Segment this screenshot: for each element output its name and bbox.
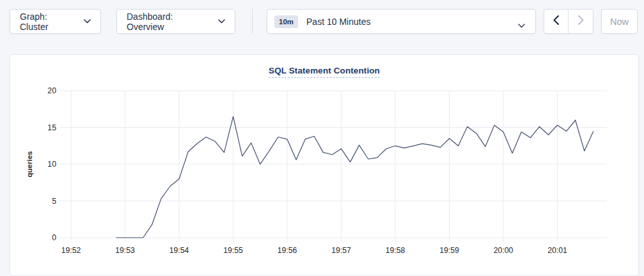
chevron-right-icon: [578, 15, 584, 27]
x-tick-label: 19:54: [169, 246, 189, 255]
chart-card: SQL Statement Contention 0510152019:5219…: [10, 54, 639, 276]
chevron-down-icon: [518, 20, 525, 30]
y-tick-label: 20: [47, 86, 56, 95]
x-tick-label: 20:01: [547, 246, 567, 255]
time-range-label: Past 10 Minutes: [306, 17, 370, 27]
graph-dropdown-label: Graph: Cluster: [20, 12, 76, 32]
previous-time-button[interactable]: [544, 10, 569, 33]
time-range-badge: 10m: [274, 15, 298, 28]
y-axis-label: queries: [26, 151, 33, 178]
chevron-down-icon: [84, 19, 91, 24]
toolbar: Graph: Cluster Dashboard: Overview 10m P…: [0, 0, 644, 45]
y-tick-label: 10: [47, 160, 56, 169]
y-tick-label: 0: [52, 233, 56, 242]
line-chart-plot[interactable]: 0510152019:5219:5319:5419:5519:5619:5719…: [10, 55, 640, 276]
toolbar-divider: [252, 8, 253, 34]
chevron-down-icon: [218, 19, 225, 24]
x-tick-label: 19:57: [331, 246, 351, 255]
x-tick-label: 19:59: [439, 246, 459, 255]
data-series-line: [116, 116, 593, 238]
y-tick-label: 15: [47, 123, 56, 132]
x-tick-label: 19:58: [386, 246, 405, 255]
dashboard-dropdown[interactable]: Dashboard: Overview: [116, 9, 235, 34]
x-tick-label: 20:00: [494, 246, 514, 255]
now-button-label: Now: [610, 17, 629, 27]
x-tick-label: 19:56: [278, 246, 297, 255]
y-tick-label: 5: [52, 197, 56, 206]
graph-dropdown[interactable]: Graph: Cluster: [10, 9, 101, 34]
x-tick-label: 19:52: [61, 246, 81, 255]
dashboard-dropdown-label: Dashboard: Overview: [127, 12, 210, 32]
now-button[interactable]: Now: [601, 9, 638, 34]
x-tick-label: 19:53: [115, 246, 135, 255]
time-range-picker[interactable]: 10m Past 10 Minutes: [267, 9, 536, 34]
x-tick-label: 19:55: [223, 246, 243, 255]
next-time-button[interactable]: [569, 10, 593, 33]
chevron-left-icon: [553, 15, 559, 27]
time-step-button-group: [544, 9, 593, 34]
